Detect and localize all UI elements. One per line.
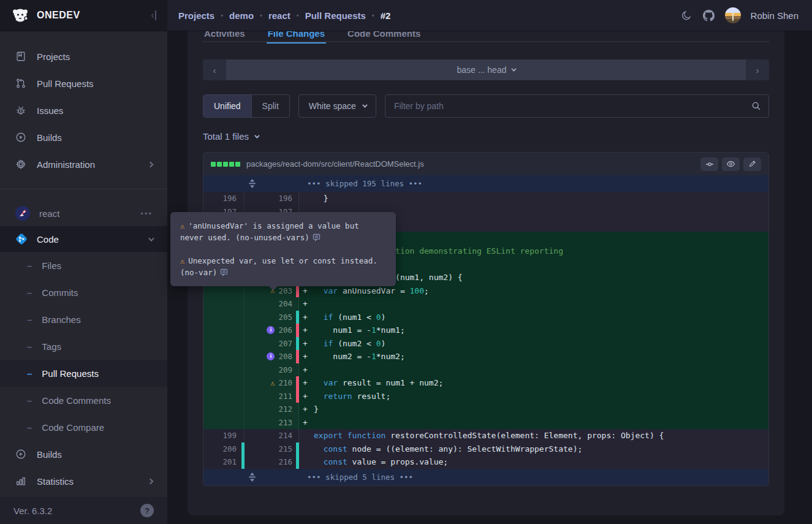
code-content[interactable]: num2 = -1*num2; [311,350,768,363]
sidebar-item-files[interactable]: –Files [0,252,167,279]
sidebar-item-branches[interactable]: –Branches [0,306,167,333]
sidebar-item-statistics[interactable]: Statistics [0,468,167,495]
code-content[interactable] [311,416,768,430]
github-icon[interactable] [703,9,715,21]
tab-file-changes[interactable]: File Changes [267,31,326,42]
code-content[interactable]: } [311,403,768,416]
old-line-number[interactable] [203,390,245,403]
sidebar-section-code[interactable]: Code [0,226,167,252]
whitespace-dropdown[interactable]: White space [298,94,376,118]
comment-balloon-icon[interactable] [220,268,228,276]
sidebar-item-pull-requests[interactable]: Pull Requests [0,70,167,97]
expand-lines-icon[interactable] [248,175,256,192]
old-line-number[interactable] [203,337,245,351]
old-line-number[interactable] [203,376,245,390]
old-line-number[interactable] [203,324,245,337]
sidebar-item-pull-requests[interactable]: –Pull Requests [0,360,167,387]
old-line-number[interactable] [203,416,245,430]
dark-mode-icon[interactable] [681,9,693,21]
new-line-number[interactable]: 209 [245,363,299,377]
old-line-number[interactable]: 196 [203,192,245,205]
new-line-number[interactable]: 213 [245,416,299,430]
code-content[interactable]: const node = ((element: any): SelectWith… [311,442,768,456]
old-line-number[interactable]: 199 [203,429,245,442]
code-content[interactable]: const value = props.value; [311,455,768,469]
project-more-icon[interactable]: ••• [140,209,153,218]
new-line-number[interactable]: 196 [245,192,299,205]
code-content[interactable]: if (num1 < 0) [311,311,768,324]
total-files-toggle[interactable]: Total 1 files [203,131,769,142]
comment-balloon-icon[interactable] [313,234,321,241]
problem-message: ⚠Unexpected var, use let or const instea… [180,255,386,278]
path-filter-input[interactable] [385,101,744,111]
breadcrumb-item[interactable]: react [268,10,290,21]
code-content[interactable] [311,297,768,311]
diff-line: 201216 const value = props.value; [203,455,768,469]
new-line-number[interactable]: 207 [245,337,299,351]
code-content[interactable]: return result; [311,390,768,403]
code-token [314,286,324,295]
next-commit-button[interactable]: › [746,59,769,80]
breadcrumb-item[interactable]: #2 [381,10,391,21]
old-line-number[interactable]: 200 [203,442,245,456]
warning-icon[interactable]: ⚠ [270,379,275,387]
code-content[interactable]: } [311,192,768,205]
user-name[interactable]: Robin Shen [751,10,799,21]
new-line-number[interactable]: 216 [245,455,299,469]
new-line-number[interactable]: i206 [245,324,299,337]
sidebar-item-builds[interactable]: Builds [0,441,167,468]
sidebar-item-commits[interactable]: –Commits [0,279,167,306]
split-view-button[interactable]: Split [251,95,289,117]
sidebar-project-react[interactable]: react ••• [0,200,167,226]
old-line-number[interactable]: 201 [203,455,245,469]
old-line-number[interactable] [203,363,245,377]
search-icon[interactable] [744,101,768,111]
code-diamond-icon [15,232,28,246]
sidebar-item-tags[interactable]: –Tags [0,333,167,360]
user-avatar[interactable] [725,7,741,23]
breadcrumb-item[interactable]: Pull Requests [305,10,366,21]
old-line-number[interactable] [203,403,245,416]
edit-button[interactable] [743,158,761,171]
revision-range-selector[interactable]: base ... head [226,59,746,80]
breadcrumb-item[interactable]: Projects [178,10,214,21]
code-content[interactable] [311,363,768,377]
code-content[interactable]: export function restoreControlledState(e… [311,429,768,442]
sidebar-item-code-comments[interactable]: –Code Comments [0,387,167,414]
new-line-number[interactable]: i208 [245,350,299,363]
old-line-number[interactable] [203,350,245,363]
new-line-number[interactable]: 214 [245,429,299,442]
code-content[interactable]: num1 = -1*num1; [311,324,768,337]
sidebar-item-projects[interactable]: Projects [0,43,167,70]
new-line-number[interactable]: 205 [245,311,299,324]
sidebar-item-builds[interactable]: Builds [0,124,167,151]
code-content[interactable]: if (num2 < 0) [311,337,768,351]
sidebar-item-issues[interactable]: Issues [0,97,167,124]
info-icon[interactable]: i [267,352,275,360]
code-token: anUnusedVar = [338,286,409,295]
prev-commit-button[interactable]: ‹ [203,59,226,80]
expand-lines-icon[interactable] [248,469,256,485]
new-line-number[interactable]: 211 [245,390,299,403]
info-icon[interactable]: i [267,326,275,334]
commit-button[interactable] [700,158,718,171]
sidebar-item-administration[interactable]: Administration [0,151,167,178]
diff-marker: + [299,311,311,324]
new-line-number[interactable]: 212 [245,403,299,416]
new-line-number[interactable]: 204 [245,297,299,311]
old-line-number[interactable] [203,297,245,311]
sidebar-item-code-compare[interactable]: –Code Compare [0,414,167,441]
help-icon[interactable]: ? [140,504,154,517]
breadcrumb-item[interactable]: demo [229,10,254,21]
code-token: function [347,431,386,440]
eye-button[interactable] [722,158,740,171]
old-line-number[interactable] [203,311,245,324]
sidebar-collapse-icon[interactable]: ‹ [151,9,156,21]
unified-view-button[interactable]: Unified [203,95,251,117]
tab-activities[interactable]: Activities [203,31,246,42]
code-content[interactable]: var result = num1 + num2; [311,376,768,390]
tab-code-comments[interactable]: Code Comments [346,31,422,42]
red-range-bar [296,350,299,363]
new-line-number[interactable]: 215 [245,442,299,456]
new-line-number[interactable]: ⚠210 [245,376,299,390]
